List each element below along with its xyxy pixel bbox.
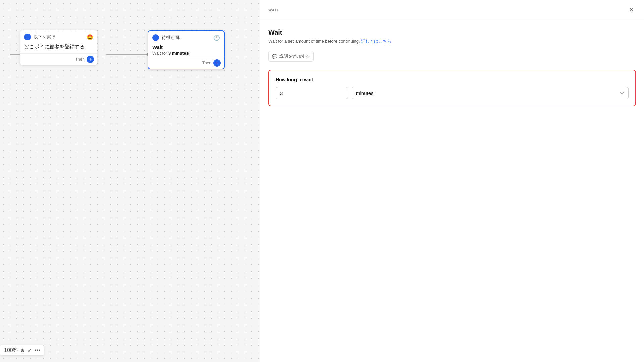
zoom-bar: 100% ⊕ ⤢ ••• [0,345,44,355]
more-options-icon[interactable]: ••• [35,347,40,353]
node2-then-label: Then [202,61,211,65]
zoom-percent: 100% [4,347,18,353]
node1-dot [24,34,31,40]
node1-footer: Then + [20,53,97,65]
node1-icon: 🤩 [87,34,93,40]
node-card-2[interactable]: 待機期間... 🕐 Wait Wait for 3 minutes Then + [148,30,225,69]
node1-then-label: Then [75,57,85,62]
node2-body: Wait Wait for 3 minutes [148,43,224,57]
node1-add-button[interactable]: + [87,56,94,63]
wait-config-section: How long to wait seconds minutes hours d… [268,70,636,106]
node2-dot [152,34,159,41]
wait-inputs: seconds minutes hours days [276,87,629,99]
workflow-canvas: 以下を実行... 🤩 どこポイに顧客を登録する Then + 待機期間... 🕐… [0,0,260,362]
zoom-in-icon[interactable]: ⊕ [20,347,25,353]
fit-screen-icon[interactable]: ⤢ [28,347,32,353]
node1-header-text: 以下を実行... [34,34,59,40]
node2-wait-title: Wait [152,44,220,50]
add-description-button[interactable]: 💬 説明を追加する [268,51,314,62]
node2-header-text: 待機期間... [162,35,183,41]
node-card-1[interactable]: 以下を実行... 🤩 どこポイに顧客を登録する Then + [20,30,97,65]
panel-content: Wait Wait for a set amount of time befor… [260,20,644,362]
close-panel-button[interactable]: ✕ [627,5,636,15]
description-icon: 💬 [272,54,277,59]
wait-config-label: How long to wait [276,77,629,82]
panel-header: WAIT ✕ [260,0,644,20]
learn-more-link[interactable]: 詳しくはこちら [361,39,391,44]
wait-number-input[interactable] [276,87,348,99]
wait-unit-select[interactable]: seconds minutes hours days [352,87,629,99]
panel-action-desc: Wait for a set amount of time before con… [268,38,636,44]
node2-clock-icon: 🕐 [213,35,220,41]
panel-action-title: Wait [268,28,636,36]
node1-body: どこポイに顧客を登録する [20,42,97,53]
panel-header-label: WAIT [268,8,279,12]
node2-header: 待機期間... 🕐 [148,31,224,43]
right-panel: WAIT ✕ Wait Wait for a set amount of tim… [260,0,644,362]
node2-footer: Then + [148,57,224,69]
node1-header: 以下を実行... 🤩 [20,30,97,42]
node2-add-button[interactable]: + [213,59,221,67]
node2-wait-desc: Wait for 3 minutes [152,51,220,56]
